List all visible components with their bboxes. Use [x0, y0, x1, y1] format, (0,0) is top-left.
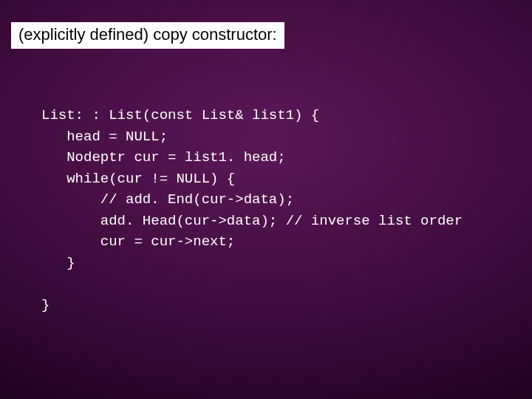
code-block: List: : List(const List& list1) { head =… — [41, 105, 463, 316]
code-line-5: // add. End(cur->data); — [41, 191, 294, 208]
code-line-4: while(cur != NULL) { — [41, 171, 235, 187]
code-line-2: head = NULL; — [41, 129, 168, 145]
slide-title-box: (explicitly defined) copy constructor: — [11, 22, 284, 49]
code-line-10: } — [41, 297, 50, 313]
code-line-7: cur = cur->next; — [41, 233, 235, 250]
slide-title: (explicitly defined) copy constructor: — [18, 25, 277, 44]
code-line-6: add. Head(cur->data); // inverse list or… — [41, 213, 463, 229]
code-line-8: } — [41, 255, 75, 271]
code-line-3: Nodeptr cur = list1. head; — [41, 149, 286, 166]
code-line-1: List: : List(const List& list1) { — [41, 107, 319, 123]
